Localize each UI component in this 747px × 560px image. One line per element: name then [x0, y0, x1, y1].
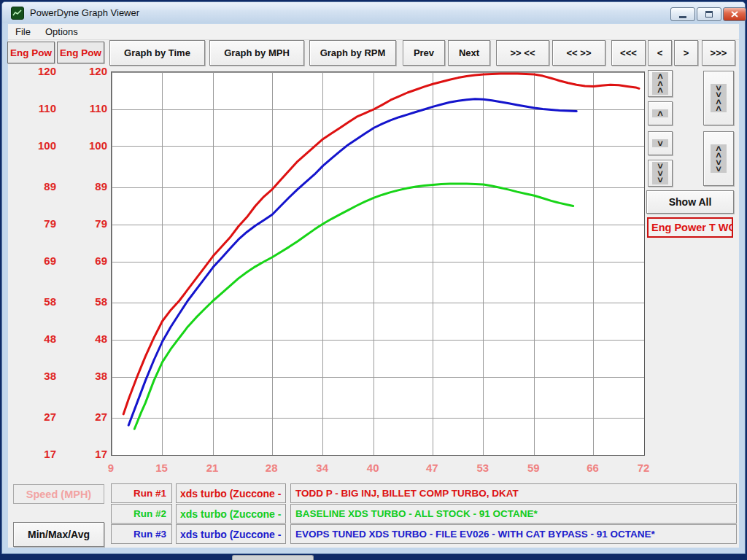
y-tick-label: 69: [65, 254, 107, 267]
compress-scale-button[interactable]: ˅ ˅ ˄ ˄: [703, 71, 734, 125]
active-series-label: Eng Power T WC: [647, 217, 733, 238]
graph-by-rpm-button[interactable]: Graph by RPM: [309, 40, 396, 66]
x-tick-label: 9: [98, 462, 123, 474]
y-tick-label: 79: [14, 217, 56, 230]
y-axis-tab-2[interactable]: Eng Pow: [57, 42, 104, 63]
x-tick-label: 72: [631, 462, 656, 474]
close-icon: [731, 11, 738, 18]
minimize-button[interactable]: [670, 7, 695, 21]
x-axis-unit-button[interactable]: Speed (MPH): [13, 484, 104, 504]
show-all-button[interactable]: Show All: [646, 190, 734, 214]
dyno-chart: [111, 71, 645, 456]
window-title: PowerDyne Graph Viewer: [30, 7, 139, 18]
scroll-down-fast-button[interactable]: ˅ ˅ ˅: [648, 160, 673, 187]
y-tick-label: 48: [14, 332, 56, 345]
x-tick-label: 66: [580, 462, 605, 474]
app-icon: [11, 7, 24, 20]
y-axis-tab-1[interactable]: Eng Pow: [7, 42, 55, 63]
close-button[interactable]: [723, 7, 746, 21]
scroll-down-button[interactable]: ˅: [648, 131, 673, 155]
run-3-description-field[interactable]: EVOPS TUNED XDS TURBO - FILE EV026 - WIT…: [290, 524, 737, 544]
chevron-down-icon: ˅: [652, 139, 668, 147]
run-2-description-field[interactable]: BASELINE XDS TURBO - ALL STOCK - 91 OCTA…: [290, 504, 737, 524]
y-tick-label: 100: [65, 139, 107, 152]
chart-plot: [112, 72, 644, 455]
expand-scale-button[interactable]: ˄ ˄ ˅ ˅: [703, 131, 734, 186]
x-tick-label: 21: [200, 462, 225, 474]
chevrons-up-down-icon: ˄ ˄ ˅ ˅: [711, 144, 727, 173]
triple-chevron-down-icon: ˅ ˅ ˅: [652, 162, 668, 184]
pan-right-fast-button[interactable]: >>>: [702, 40, 735, 66]
y-tick-label: 17: [65, 448, 107, 460]
x-tick-label: 15: [150, 462, 174, 474]
next-button[interactable]: Next: [448, 40, 490, 66]
zoom-in-x-button[interactable]: >> <<: [496, 40, 549, 66]
run-2-label: Run #2: [111, 504, 172, 524]
chevron-up-icon: ˄: [652, 109, 668, 117]
maximize-icon: [705, 11, 713, 18]
title-bar[interactable]: PowerDyne Graph Viewer: [2, 2, 745, 23]
y-tick-label: 48: [65, 332, 107, 345]
x-tick-label: 47: [419, 462, 444, 474]
y-tick-label: 120: [14, 65, 56, 77]
pan-right-button[interactable]: >: [674, 40, 698, 66]
pan-left-fast-button[interactable]: <<<: [611, 40, 646, 66]
y-tick-label: 120: [65, 65, 107, 77]
run-3-label: Run #3: [111, 524, 172, 544]
prev-button[interactable]: Prev: [403, 40, 445, 66]
y-tick-label: 38: [65, 370, 107, 382]
run-1-name-field[interactable]: xds turbo (Zuccone -: [176, 483, 286, 503]
taskbar-button-peek[interactable]: [232, 555, 314, 560]
y-tick-label: 58: [14, 295, 56, 308]
scroll-up-button[interactable]: ˄: [648, 101, 673, 125]
y-tick-label: 110: [65, 102, 107, 114]
y-tick-label: 27: [65, 411, 107, 423]
menu-bar: File Options: [8, 24, 739, 40]
menu-file[interactable]: File: [8, 24, 38, 39]
y-tick-label: 79: [65, 217, 107, 230]
y-tick-label: 69: [14, 254, 56, 267]
chevrons-down-up-icon: ˅ ˅ ˄ ˄: [711, 84, 727, 112]
x-tick-label: 34: [310, 462, 335, 474]
x-tick-label: 53: [471, 462, 495, 474]
graph-by-mph-button[interactable]: Graph by MPH: [209, 40, 304, 66]
menu-options[interactable]: Options: [38, 24, 85, 39]
pan-left-button[interactable]: <: [648, 40, 672, 66]
y-tick-label: 110: [14, 102, 56, 114]
x-tick-label: 59: [521, 462, 546, 474]
y-tick-label: 27: [14, 411, 56, 423]
y-tick-label: 58: [65, 295, 107, 308]
maximize-button[interactable]: [697, 7, 721, 21]
scroll-up-fast-button[interactable]: ˄ ˄ ˄: [648, 70, 673, 97]
desktop: PowerDyne Graph Viewer File Options Eng …: [0, 0, 747, 560]
x-tick-label: 40: [360, 462, 385, 474]
run-1-description-field[interactable]: TODD P - BIG INJ, BILLET COMP TURBO, DKA…: [290, 483, 737, 503]
min-max-avg-button[interactable]: Min/Max/Avg: [13, 522, 104, 547]
y-tick-label: 100: [14, 139, 56, 152]
y-tick-label: 89: [65, 180, 107, 192]
x-tick-label: 28: [259, 462, 284, 474]
minimize-icon: [679, 16, 686, 18]
y-tick-label: 89: [14, 180, 56, 192]
graph-by-time-button[interactable]: Graph by Time: [109, 40, 205, 66]
run-2-name-field[interactable]: xds turbo (Zuccone -: [176, 504, 286, 524]
zoom-out-x-button[interactable]: << >>: [552, 40, 605, 66]
run-3-name-field[interactable]: xds turbo (Zuccone -: [176, 524, 286, 544]
run-1-label: Run #1: [111, 483, 172, 503]
y-tick-label: 17: [14, 448, 56, 460]
y-tick-label: 38: [14, 370, 56, 382]
triple-chevron-up-icon: ˄ ˄ ˄: [652, 72, 668, 94]
